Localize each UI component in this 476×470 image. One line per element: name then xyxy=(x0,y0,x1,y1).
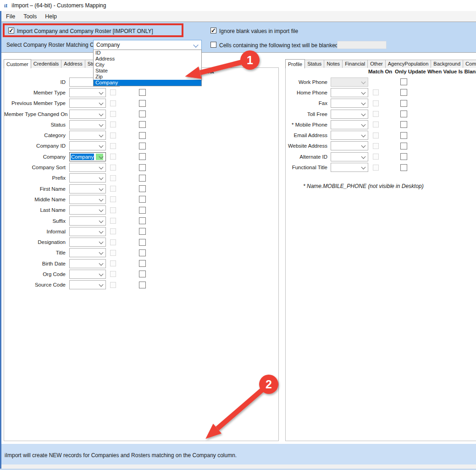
match-on-checkbox[interactable] xyxy=(110,207,116,213)
only-update-checkbox[interactable] xyxy=(139,228,146,235)
match-on-checkbox[interactable] xyxy=(110,196,116,202)
column-select-first-name[interactable] xyxy=(69,184,106,194)
match-on-checkbox[interactable] xyxy=(110,250,116,256)
only-update-checkbox[interactable] xyxy=(400,100,407,107)
only-update-checkbox[interactable] xyxy=(139,111,146,117)
column-select-company-id[interactable] xyxy=(69,141,106,150)
customer-tab-credentials[interactable]: Credentials xyxy=(31,60,62,68)
profile-tab-status[interactable]: Status xyxy=(304,60,324,68)
column-select-website-address[interactable] xyxy=(331,141,368,150)
column-select-status[interactable] xyxy=(69,120,106,129)
match-on-checkbox[interactable] xyxy=(110,143,116,149)
column-select-toll-free[interactable] xyxy=(331,110,368,119)
only-update-checkbox[interactable] xyxy=(139,89,146,96)
cells-blank-checkbox[interactable] xyxy=(210,42,216,48)
only-update-checkbox[interactable] xyxy=(400,143,407,149)
only-update-checkbox[interactable] xyxy=(139,196,146,203)
column-select-company-sort[interactable] xyxy=(69,163,106,172)
match-on-checkbox[interactable] xyxy=(110,100,116,106)
match-on-checkbox[interactable] xyxy=(373,133,379,138)
matching-on-combobox[interactable]: Company xyxy=(93,40,202,50)
profile-tab-agencypopulation[interactable]: AgencyPopulation xyxy=(385,60,432,68)
column-select-member-type[interactable] xyxy=(69,88,106,97)
only-update-checkbox[interactable] xyxy=(139,175,146,182)
column-select-category[interactable] xyxy=(69,131,106,140)
menu-help[interactable]: Help xyxy=(41,12,61,21)
match-on-checkbox[interactable] xyxy=(110,271,116,277)
match-on-checkbox[interactable] xyxy=(110,133,116,138)
match-on-checkbox[interactable] xyxy=(110,228,116,234)
only-update-checkbox[interactable] xyxy=(139,217,146,224)
match-on-checkbox[interactable] xyxy=(110,111,116,117)
dropdown-option-id[interactable]: ID xyxy=(94,50,201,56)
only-update-checkbox[interactable] xyxy=(139,164,146,171)
profile-tab-other[interactable]: Other xyxy=(367,60,386,68)
column-select-email-address[interactable] xyxy=(331,131,368,140)
match-on-checkbox[interactable] xyxy=(373,165,379,171)
column-select-previous-member-type[interactable] xyxy=(69,99,106,108)
column-select-company[interactable]: Company xyxy=(69,152,106,161)
only-update-checkbox[interactable] xyxy=(139,143,146,149)
column-select-birth-date[interactable] xyxy=(69,259,106,268)
cells-blank-input[interactable] xyxy=(337,41,387,49)
column-select-last-name[interactable] xyxy=(69,205,106,215)
customer-tab-customer[interactable]: Customer xyxy=(4,59,31,68)
dropdown-option-zip[interactable]: Zip xyxy=(94,74,201,80)
dropdown-option-city[interactable]: City xyxy=(94,62,201,68)
dropdown-option-company[interactable]: Company xyxy=(94,80,201,86)
profile-tab-financial[interactable]: Financial xyxy=(342,60,368,68)
match-on-checkbox[interactable] xyxy=(373,89,379,95)
column-select-member-type-changed-on[interactable] xyxy=(69,110,106,119)
only-update-checkbox[interactable] xyxy=(139,239,146,246)
profile-tab-background[interactable]: Background xyxy=(431,60,463,68)
match-on-checkbox[interactable] xyxy=(373,100,379,106)
column-select-prefix[interactable] xyxy=(69,173,106,182)
column-select-source-code[interactable] xyxy=(69,280,106,289)
menu-file[interactable]: File xyxy=(2,12,19,21)
only-update-checkbox[interactable] xyxy=(139,249,146,256)
only-update-checkbox[interactable] xyxy=(139,153,146,160)
only-update-checkbox[interactable] xyxy=(139,132,146,139)
ignore-blank-checkbox[interactable] xyxy=(210,28,216,33)
profile-tab-communication[interactable]: Communication xyxy=(463,60,476,68)
column-select-work-phone[interactable] xyxy=(331,77,368,87)
match-on-checkbox[interactable] xyxy=(110,175,116,181)
column-select-alternate-id[interactable] xyxy=(331,152,368,161)
match-on-checkbox[interactable] xyxy=(110,122,116,127)
profile-tab-notes[interactable]: Notes xyxy=(324,60,343,68)
only-update-checkbox[interactable] xyxy=(400,78,407,85)
only-update-checkbox[interactable] xyxy=(139,282,146,288)
match-on-checkbox[interactable] xyxy=(110,89,116,95)
profile-tab-profile[interactable]: Profile xyxy=(285,59,305,68)
only-update-checkbox[interactable] xyxy=(400,132,407,139)
import-checkbox[interactable] xyxy=(8,28,14,33)
only-update-checkbox[interactable] xyxy=(400,121,407,128)
match-on-checkbox[interactable] xyxy=(110,186,116,192)
match-on-checkbox[interactable] xyxy=(110,165,116,171)
column-select-informal[interactable] xyxy=(69,227,106,236)
only-update-checkbox[interactable] xyxy=(139,185,146,192)
column-select-title[interactable] xyxy=(69,248,106,257)
column-select-functional-title[interactable] xyxy=(331,163,368,172)
column-select-fax[interactable] xyxy=(331,99,368,108)
match-on-checkbox[interactable] xyxy=(373,122,379,127)
column-select-mobile-phone[interactable] xyxy=(331,120,368,129)
match-on-checkbox[interactable] xyxy=(110,239,116,245)
match-on-checkbox[interactable] xyxy=(373,154,379,160)
customer-tab-address[interactable]: Address xyxy=(61,60,85,68)
match-on-checkbox[interactable] xyxy=(373,111,379,117)
match-on-checkbox[interactable] xyxy=(110,218,116,224)
dropdown-option-address[interactable]: Address xyxy=(94,56,201,62)
only-update-checkbox[interactable] xyxy=(400,164,407,171)
column-select-org-code[interactable] xyxy=(69,270,106,279)
menu-tools[interactable]: Tools xyxy=(19,12,41,21)
only-update-checkbox[interactable] xyxy=(400,89,407,96)
match-on-checkbox[interactable] xyxy=(110,282,116,288)
column-select-designation[interactable] xyxy=(69,238,106,247)
match-on-checkbox[interactable] xyxy=(110,260,116,266)
only-update-checkbox[interactable] xyxy=(400,153,407,160)
column-select-middle-name[interactable] xyxy=(69,195,106,204)
only-update-checkbox[interactable] xyxy=(139,207,146,214)
dropdown-option-state[interactable]: State xyxy=(94,68,201,74)
only-update-checkbox[interactable] xyxy=(400,111,407,117)
